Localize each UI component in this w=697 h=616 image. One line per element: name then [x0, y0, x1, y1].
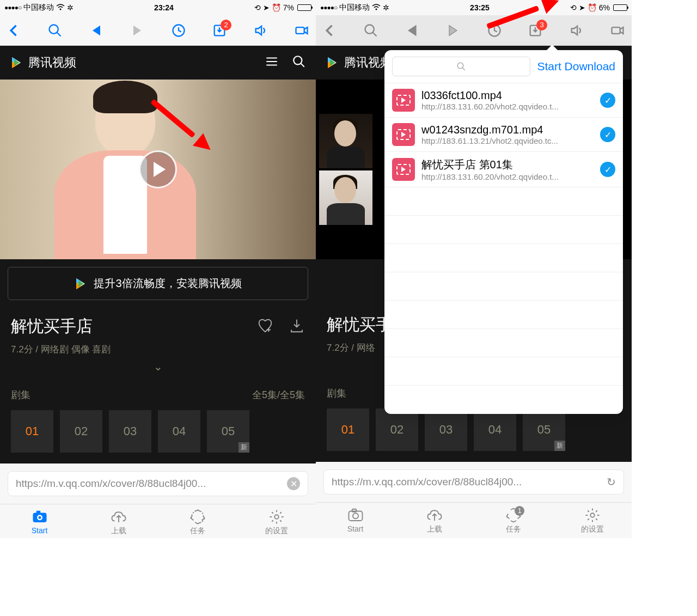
episode-item[interactable]: 04 — [474, 408, 516, 451]
svg-rect-15 — [612, 27, 620, 34]
site-name: 腾讯视频 — [28, 54, 76, 71]
episodes-count: 全5集/全5集 — [252, 388, 305, 401]
url-input[interactable]: https://m.v.qq.com/x/cover/8/88ucl84j00.… — [8, 471, 308, 496]
clock: 23:25 — [470, 3, 490, 12]
alarm-icon: ⏰ — [588, 3, 597, 12]
video-file-icon — [392, 89, 415, 112]
location-icon: ➤ — [579, 3, 585, 12]
download-item[interactable]: w01243snzdg.m701.mp4http://183.61.13.21/… — [384, 118, 623, 152]
lock-icon: ⟲ — [254, 3, 261, 12]
download-item[interactable]: 解忧买手店 第01集http://183.131.60.20/vhot2.qqv… — [384, 152, 623, 187]
episode-item[interactable]: 01 — [11, 410, 53, 453]
tab-settings[interactable]: 的设置 — [553, 507, 632, 534]
app-toolbar: 2 — [0, 15, 316, 46]
new-badge: 新 — [554, 441, 565, 451]
episode-item[interactable]: 05新 — [523, 408, 565, 451]
bottom-tab-bar: Start 上载 任务 的设置 — [0, 504, 316, 538]
rewind-button[interactable] — [88, 22, 105, 39]
wifi-icon — [372, 3, 381, 12]
history-button[interactable] — [170, 22, 187, 39]
download-list: l0336fct100.mp4http://183.131.60.20/vhot… — [384, 83, 623, 414]
episode-item[interactable]: 02 — [376, 408, 418, 451]
wifi-icon — [56, 3, 65, 12]
episode-item[interactable]: 02 — [60, 410, 102, 453]
svg-rect-19 — [352, 509, 356, 512]
reload-icon[interactable]: ↻ — [607, 475, 616, 489]
tab-upload[interactable]: 上载 — [395, 507, 474, 534]
episode-item[interactable]: 03 — [425, 408, 467, 451]
gear-icon — [584, 507, 601, 523]
svg-rect-9 — [36, 511, 40, 514]
search-button[interactable] — [46, 22, 64, 39]
download-button[interactable] — [289, 318, 305, 336]
site-logo[interactable]: 腾讯视频 — [326, 54, 392, 71]
favorite-button[interactable] — [257, 318, 273, 336]
search-button[interactable] — [362, 22, 380, 39]
episode-item[interactable]: 05新 — [207, 410, 249, 453]
svg-rect-4 — [296, 27, 304, 34]
camera-button[interactable] — [609, 22, 626, 39]
download-item[interactable]: l0336fct100.mp4http://183.131.60.20/vhot… — [384, 83, 623, 118]
episode-list: 01 02 03 04 05新 — [11, 410, 305, 453]
back-button[interactable] — [321, 22, 339, 39]
tab-settings[interactable]: 的设置 — [237, 509, 316, 536]
svg-point-18 — [353, 513, 358, 519]
signal-dots-icon: ●●●●○ — [4, 4, 21, 11]
video-player[interactable] — [0, 80, 316, 259]
url-input[interactable]: https://m.v.qq.com/x/cover/8/88ucl84j00.… — [323, 469, 624, 495]
lock-icon: ⟲ — [570, 3, 577, 12]
video-file-icon — [392, 158, 415, 181]
site-header: 腾讯视频 — [0, 46, 316, 80]
loading-icon: ✲ — [67, 3, 74, 12]
svg-point-8 — [38, 516, 41, 519]
tab-start[interactable]: Start — [0, 509, 79, 536]
location-icon: ➤ — [263, 3, 270, 12]
check-icon[interactable]: ✓ — [600, 93, 615, 108]
back-button[interactable] — [5, 22, 23, 39]
play-button[interactable] — [129, 22, 146, 39]
sound-button[interactable] — [252, 22, 270, 39]
svg-point-11 — [376, 9, 377, 10]
tencent-video-icon — [10, 56, 23, 69]
svg-point-16 — [457, 63, 463, 69]
install-app-banner[interactable]: 提升3倍流畅度，安装腾讯视频 — [8, 267, 308, 300]
status-bar: ●●●●○ 中国移动 ✲ 23:25 ⟲ ➤ ⏰ 6% — [316, 0, 632, 15]
screenshot-right: ●●●●○ 中国移动 ✲ 23:25 ⟲ ➤ ⏰ 6% 3 Start D — [316, 0, 632, 538]
svg-point-0 — [60, 9, 62, 10]
carrier-label: 中国移动 — [23, 3, 54, 13]
tab-tasks[interactable]: 1 任务 — [474, 507, 553, 534]
episode-item[interactable]: 03 — [109, 410, 151, 453]
gear-icon — [268, 509, 285, 525]
svg-point-5 — [294, 56, 302, 64]
status-bar: ●●●●○ 中国移动 ✲ 23:24 ⟲ ➤ ⏰ 7% — [0, 0, 316, 15]
svg-point-20 — [590, 513, 595, 517]
signal-dots-icon: ●●●●○ — [320, 4, 337, 11]
sound-button[interactable] — [568, 22, 585, 39]
tab-start[interactable]: Start — [316, 507, 395, 534]
tab-upload[interactable]: 上载 — [79, 509, 158, 536]
svg-rect-17 — [348, 511, 362, 521]
url-bar: https://m.v.qq.com/x/cover/8/88ucl84j00.… — [0, 463, 316, 504]
episode-item[interactable]: 04 — [158, 410, 200, 453]
rewind-button[interactable] — [403, 22, 421, 39]
check-icon[interactable]: ✓ — [600, 127, 615, 142]
menu-icon[interactable] — [265, 54, 279, 71]
svg-point-12 — [365, 25, 374, 33]
downloads-button[interactable]: 2 — [211, 22, 228, 39]
url-text: https://m.v.qq.com/x/cover/8/88ucl84j00.… — [16, 478, 287, 490]
site-logo[interactable]: 腾讯视频 — [10, 54, 76, 71]
site-search-icon[interactable] — [292, 54, 306, 71]
expand-button[interactable]: ⌄ — [11, 356, 305, 377]
camera-button[interactable] — [293, 22, 310, 39]
video-thumbnail — [319, 114, 372, 168]
recycle-icon — [189, 509, 206, 525]
tab-tasks[interactable]: 任务 — [158, 509, 237, 536]
loading-icon: ✲ — [383, 3, 389, 12]
downloads-badge: 2 — [221, 20, 231, 31]
play-button[interactable] — [444, 22, 462, 39]
clock: 23:24 — [154, 3, 174, 12]
alarm-icon: ⏰ — [272, 3, 281, 12]
episode-item[interactable]: 01 — [327, 408, 369, 451]
check-icon[interactable]: ✓ — [600, 162, 615, 177]
clear-icon[interactable]: ✕ — [287, 477, 300, 490]
